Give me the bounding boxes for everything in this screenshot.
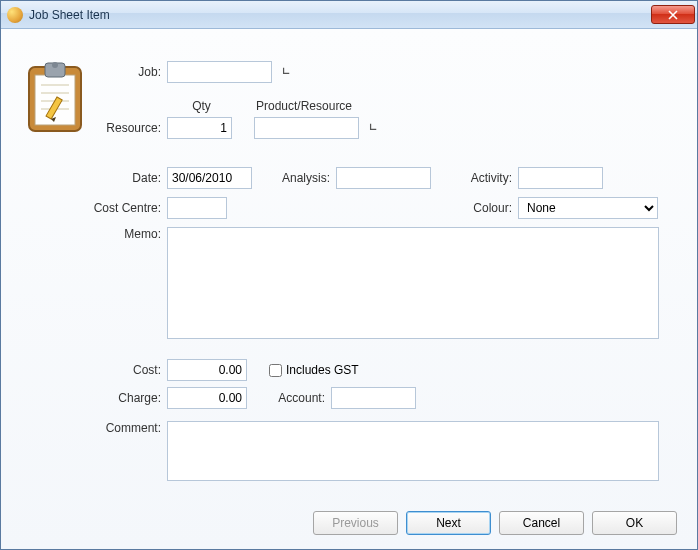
- account-input[interactable]: [331, 387, 416, 409]
- charge-input[interactable]: [167, 387, 247, 409]
- qty-header: Qty: [169, 99, 234, 113]
- cost-label: Cost:: [106, 363, 161, 377]
- product-input[interactable]: [254, 117, 359, 139]
- next-button[interactable]: Next: [406, 511, 491, 535]
- activity-input[interactable]: [518, 167, 603, 189]
- ok-button[interactable]: OK: [592, 511, 677, 535]
- includes-gst-label: Includes GST: [286, 363, 359, 377]
- date-label: Date:: [106, 171, 161, 185]
- job-picker-icon[interactable]: [278, 65, 292, 79]
- memo-input[interactable]: [167, 227, 659, 339]
- dialog-content: Job: Qty Product/Resource Resource: Date…: [1, 29, 697, 549]
- button-bar: Previous Next Cancel OK: [313, 511, 677, 535]
- resource-label: Resource:: [89, 121, 161, 135]
- dialog-window: Job Sheet Item Job:: [0, 0, 698, 550]
- app-icon: [7, 7, 23, 23]
- cost-centre-input[interactable]: [167, 197, 227, 219]
- comment-label: Comment:: [89, 421, 161, 435]
- product-picker-icon[interactable]: [365, 121, 379, 135]
- memo-label: Memo:: [106, 227, 161, 241]
- svg-point-3: [52, 62, 58, 68]
- window-title: Job Sheet Item: [29, 8, 651, 22]
- job-input[interactable]: [167, 61, 272, 83]
- date-input[interactable]: [167, 167, 252, 189]
- activity-label: Activity:: [457, 171, 512, 185]
- cost-input[interactable]: [167, 359, 247, 381]
- colour-select[interactable]: None: [518, 197, 658, 219]
- title-bar: Job Sheet Item: [1, 1, 697, 29]
- qty-input[interactable]: [167, 117, 232, 139]
- analysis-input[interactable]: [336, 167, 431, 189]
- job-label: Job:: [106, 65, 161, 79]
- previous-button[interactable]: Previous: [313, 511, 398, 535]
- charge-label: Charge:: [96, 391, 161, 405]
- account-label: Account:: [253, 391, 325, 405]
- cost-centre-label: Cost Centre:: [79, 201, 161, 215]
- analysis-label: Analysis:: [275, 171, 330, 185]
- comment-input[interactable]: [167, 421, 659, 481]
- clipboard-icon: [23, 59, 87, 135]
- close-button[interactable]: [651, 5, 695, 24]
- product-header: Product/Resource: [256, 99, 376, 113]
- close-icon: [668, 10, 678, 20]
- colour-label: Colour:: [457, 201, 512, 215]
- includes-gst-checkbox[interactable]: [269, 364, 282, 377]
- cancel-button[interactable]: Cancel: [499, 511, 584, 535]
